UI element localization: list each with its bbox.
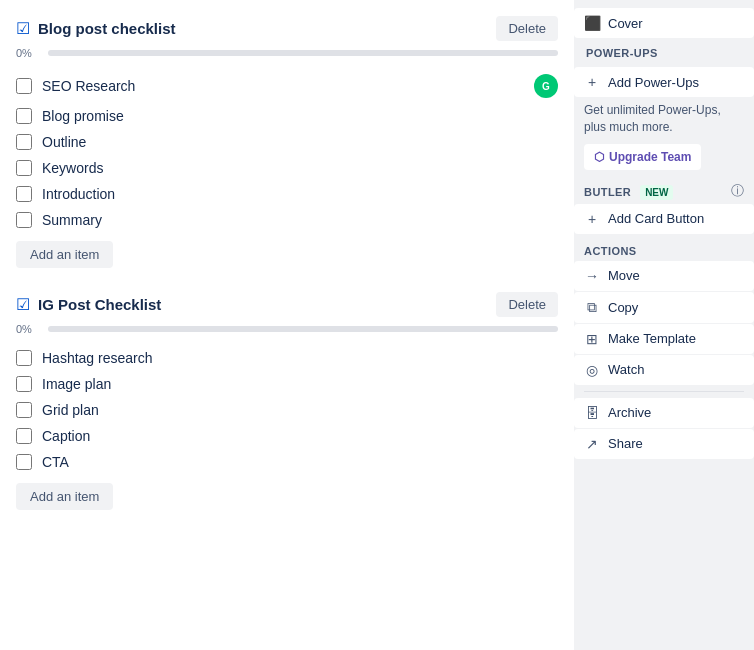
upgrade-icon: ⬡ (594, 150, 604, 164)
item-label-ig-0: Hashtag research (42, 350, 153, 366)
progress-row-ig: 0% (16, 323, 558, 335)
make-template-label: Make Template (608, 331, 696, 346)
item-label-ig-2: Grid plan (42, 402, 99, 418)
item-label-blog-1: Blog promise (42, 108, 124, 124)
share-action[interactable]: ↗ Share (574, 429, 754, 459)
item-checkbox-blog-3[interactable] (16, 160, 32, 176)
item-checkbox-blog-4[interactable] (16, 186, 32, 202)
butler-label: BUTLER (584, 186, 631, 198)
progress-row-blog: 0% (16, 47, 558, 59)
copy-icon: ⧉ (584, 299, 600, 316)
upgrade-team-button[interactable]: ⬡ Upgrade Team (584, 144, 701, 170)
delete-button-blog[interactable]: Delete (496, 16, 558, 41)
move-icon: → (584, 268, 600, 284)
item-checkbox-ig-3[interactable] (16, 428, 32, 444)
item-checkbox-blog-2[interactable] (16, 134, 32, 150)
delete-button-ig[interactable]: Delete (496, 292, 558, 317)
progress-pct-blog: 0% (16, 47, 40, 59)
share-label: Share (608, 436, 643, 451)
actions-label: ACTIONS (574, 235, 754, 261)
divider (584, 391, 744, 392)
copy-label: Copy (608, 300, 638, 315)
add-power-ups-label: Add Power-Ups (608, 75, 699, 90)
butler-section: BUTLER NEW ⓘ (574, 174, 754, 204)
power-ups-description: Get unlimited Power-Ups, plus much more. (574, 98, 754, 140)
template-icon: ⊞ (584, 331, 600, 347)
power-ups-label: POWER-UPS (586, 47, 742, 59)
watch-action[interactable]: ◎ Watch (574, 355, 754, 385)
item-label-blog-4: Introduction (42, 186, 115, 202)
checklist-item-blog-3: Keywords (16, 155, 558, 181)
checklist-header-blog: ☑ Blog post checklist Delete (16, 16, 558, 41)
item-checkbox-blog-0[interactable] (16, 78, 32, 94)
info-icon[interactable]: ⓘ (731, 182, 744, 200)
checklist-block-ig: ☑ IG Post Checklist Delete 0% Hashtag re… (16, 292, 558, 510)
checklist-item-ig-1: Image plan (16, 371, 558, 397)
checklist-title-group: ☑ IG Post Checklist (16, 295, 161, 314)
item-label-ig-1: Image plan (42, 376, 111, 392)
item-checkbox-blog-5[interactable] (16, 212, 32, 228)
move-action[interactable]: → Move (574, 261, 754, 291)
checklist-header-ig: ☑ IG Post Checklist Delete (16, 292, 558, 317)
cover-icon: ⬛ (584, 15, 600, 31)
item-label-blog-2: Outline (42, 134, 86, 150)
progress-pct-ig: 0% (16, 323, 40, 335)
checklist-item-ig-0: Hashtag research (16, 345, 558, 371)
checklist-title-blog: Blog post checklist (38, 20, 176, 37)
checklist-check-icon: ☑ (16, 19, 30, 38)
checklist-item-ig-2: Grid plan (16, 397, 558, 423)
item-checkbox-ig-0[interactable] (16, 350, 32, 366)
checklist-item-blog-5: Summary (16, 207, 558, 233)
add-card-button-label: Add Card Button (608, 211, 704, 226)
card-plus-icon: + (584, 211, 600, 227)
item-checkbox-ig-1[interactable] (16, 376, 32, 392)
right-panel: ⬛ Cover POWER-UPS + Add Power-Ups Get un… (574, 0, 754, 650)
checklist-item-blog-1: Blog promise (16, 103, 558, 129)
item-avatar-blog-0: G (534, 74, 558, 98)
checklist-item-ig-3: Caption (16, 423, 558, 449)
watch-label: Watch (608, 362, 644, 377)
power-ups-section: POWER-UPS (574, 39, 754, 67)
move-label: Move (608, 268, 640, 283)
checklist-item-blog-2: Outline (16, 129, 558, 155)
item-checkbox-ig-4[interactable] (16, 454, 32, 470)
cover-button[interactable]: ⬛ Cover (574, 8, 754, 38)
item-label-blog-0: SEO Research (42, 78, 135, 94)
archive-icon: 🗄 (584, 405, 600, 421)
progress-bar-bg-ig (48, 326, 558, 332)
checklist-block-blog: ☑ Blog post checklist Delete 0% SEO Rese… (16, 16, 558, 268)
add-power-ups-button[interactable]: + Add Power-Ups (574, 67, 754, 97)
archive-action[interactable]: 🗄 Archive (574, 398, 754, 428)
progress-bar-bg-blog (48, 50, 558, 56)
add-card-button-button[interactable]: + Add Card Button (574, 204, 754, 234)
plus-icon: + (584, 74, 600, 90)
item-label-ig-3: Caption (42, 428, 90, 444)
watch-icon: ◎ (584, 362, 600, 378)
archive-label: Archive (608, 405, 651, 420)
checklist-item-ig-4: CTA (16, 449, 558, 475)
cover-label: Cover (608, 16, 643, 31)
checklist-check-icon: ☑ (16, 295, 30, 314)
checklist-item-blog-0: SEO Research G (16, 69, 558, 103)
add-item-button-ig[interactable]: Add an item (16, 483, 113, 510)
item-label-blog-5: Summary (42, 212, 102, 228)
copy-action[interactable]: ⧉ Copy (574, 292, 754, 323)
checklist-title-ig: IG Post Checklist (38, 296, 161, 313)
butler-new-badge: NEW (640, 185, 673, 200)
item-checkbox-ig-2[interactable] (16, 402, 32, 418)
item-label-blog-3: Keywords (42, 160, 103, 176)
item-label-ig-4: CTA (42, 454, 69, 470)
share-icon: ↗ (584, 436, 600, 452)
make-template-action[interactable]: ⊞ Make Template (574, 324, 754, 354)
add-item-button-blog[interactable]: Add an item (16, 241, 113, 268)
checklist-item-blog-4: Introduction (16, 181, 558, 207)
item-checkbox-blog-1[interactable] (16, 108, 32, 124)
left-panel: ☑ Blog post checklist Delete 0% SEO Rese… (0, 0, 574, 650)
checklist-title-group: ☑ Blog post checklist (16, 19, 176, 38)
